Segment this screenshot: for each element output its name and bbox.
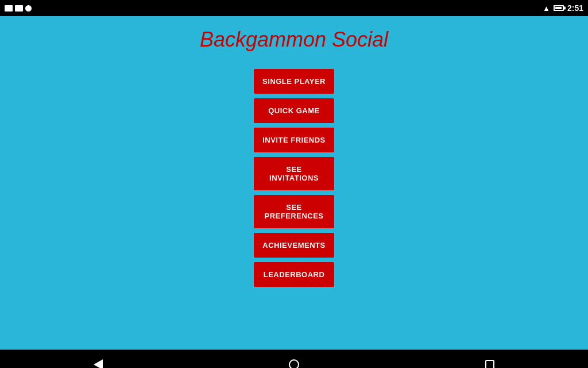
home-icon [289,359,299,368]
notification-icon-1 [5,5,13,12]
notification-icon-3 [25,5,32,12]
time-display: 2:51 [567,3,583,13]
see-invitations-button[interactable]: SEE INVITATIONS [254,157,334,190]
main-content: Backgammon Social SINGLE PLAYER QUICK GA… [0,16,588,350]
back-button[interactable] [84,350,113,368]
recent-icon [485,360,494,368]
wifi-icon: ▲ [543,4,550,13]
nav-bar [0,350,588,368]
notification-icon-2 [15,5,23,12]
status-bar: ▲ 2:51 [0,0,588,16]
status-bar-left [5,5,32,12]
invite-friends-button[interactable]: INVITE FRIENDS [254,128,334,152]
recent-apps-button[interactable] [475,350,504,368]
achievements-button[interactable]: ACHIEVEMENTS [254,233,334,258]
see-preferences-button[interactable]: SEE PREFERENCES [254,195,334,228]
leaderboard-button[interactable]: LEADERBOARD [254,262,334,287]
app-title: Backgammon Social [200,28,388,52]
status-bar-right: ▲ 2:51 [543,3,583,13]
home-button[interactable] [280,350,308,368]
back-icon [94,359,103,368]
menu-buttons: SINGLE PLAYER QUICK GAME INVITE FRIENDS … [0,69,588,316]
single-player-button[interactable]: SINGLE PLAYER [254,69,334,94]
quick-game-button[interactable]: QUICK GAME [254,98,334,123]
battery-icon [554,5,564,11]
